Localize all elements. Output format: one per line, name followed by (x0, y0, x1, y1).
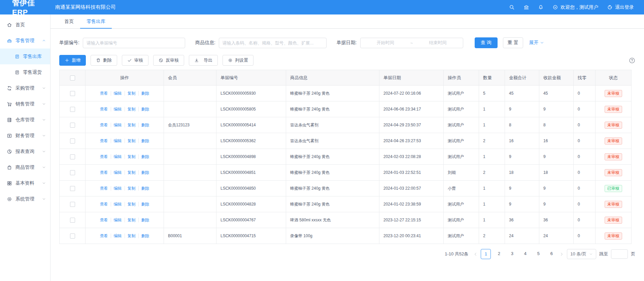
row-checkbox[interactable] (70, 123, 75, 128)
copy-link[interactable]: 复制 (125, 107, 138, 112)
edit-link[interactable]: 编辑 (111, 91, 125, 96)
view-link[interactable]: 查看 (97, 107, 111, 112)
edit-link[interactable]: 编辑 (111, 218, 125, 222)
delete-link[interactable]: 删除 (138, 170, 152, 175)
sidebar-item-system-mgmt[interactable]: 系统管理 (0, 191, 50, 207)
bank-icon[interactable] (523, 4, 529, 10)
edit-link[interactable]: 编辑 (111, 170, 125, 175)
search-icon[interactable] (509, 4, 515, 10)
view-link[interactable]: 查看 (97, 170, 111, 175)
delete-link[interactable]: 删除 (138, 218, 152, 222)
sidebar-item-retail-return[interactable]: 零售退货 (0, 64, 50, 80)
row-checkbox[interactable] (70, 233, 75, 239)
add-button[interactable]: 新增 (59, 55, 86, 66)
copy-link[interactable]: 复制 (125, 123, 138, 127)
view-link[interactable]: 查看 (97, 123, 111, 127)
sidebar-item-sales-mgmt[interactable]: 销售管理 (0, 96, 50, 112)
unaudit-button[interactable]: 反审核 (153, 55, 184, 66)
user-menu[interactable]: 欢迎您，测试用户 (552, 4, 598, 10)
product-info-input[interactable] (219, 38, 327, 48)
sidebar-item-retail-outbound[interactable]: 零售出库 (0, 49, 50, 64)
copy-link[interactable]: 复制 (125, 154, 138, 159)
delete-link[interactable]: 删除 (138, 123, 152, 127)
column-settings-button[interactable]: 列设置 (223, 55, 253, 66)
sidebar-item-basic-data[interactable]: 基本资料 (0, 175, 50, 191)
view-link[interactable]: 查看 (97, 91, 111, 96)
cell-order-no: LSCK00000005414 (216, 117, 286, 133)
page-button[interactable]: 5 (533, 249, 543, 259)
cell-member (164, 86, 216, 101)
view-link[interactable]: 查看 (97, 233, 111, 238)
prev-page-icon[interactable] (473, 252, 478, 256)
export-button[interactable]: 导出 (189, 55, 218, 66)
view-link[interactable]: 查看 (97, 218, 111, 222)
tab-home[interactable]: 首页 (58, 14, 80, 29)
row-checkbox[interactable] (70, 107, 75, 112)
cell-date: 2024-01-03 22:52:51 (379, 165, 444, 181)
delete-link[interactable]: 删除 (138, 233, 152, 238)
user-icon (552, 4, 558, 10)
row-checkbox[interactable] (70, 138, 75, 144)
select-all-checkbox[interactable] (70, 75, 75, 81)
view-link[interactable]: 查看 (97, 202, 111, 207)
cell-product: 雷达杀虫气雾剂 (286, 133, 379, 149)
page-button[interactable]: 4 (520, 249, 530, 259)
edit-link[interactable]: 编辑 (111, 138, 125, 143)
delete-link[interactable]: 删除 (138, 154, 152, 159)
copy-link[interactable]: 复制 (125, 170, 138, 175)
view-link[interactable]: 查看 (97, 138, 111, 143)
audit-button[interactable]: 审核 (122, 55, 148, 66)
search-button[interactable]: 查询 (475, 37, 498, 48)
cell-order-no: LSCK00000004898 (216, 149, 286, 165)
delete-link[interactable]: 删除 (138, 186, 152, 191)
row-checkbox[interactable] (70, 202, 75, 207)
delete-button[interactable]: 删除 (91, 55, 117, 66)
edit-link[interactable]: 编辑 (111, 233, 125, 238)
row-checkbox[interactable] (70, 91, 75, 96)
copy-link[interactable]: 复制 (125, 233, 138, 238)
row-checkbox[interactable] (70, 154, 75, 159)
reset-button[interactable]: 重置 (503, 37, 523, 48)
expand-link[interactable]: 展开 (529, 40, 544, 46)
page-button[interactable]: 2 (494, 249, 504, 259)
view-link[interactable]: 查看 (97, 186, 111, 191)
edit-link[interactable]: 编辑 (111, 107, 125, 112)
logout-button[interactable]: 退出登录 (607, 4, 634, 10)
copy-link[interactable]: 复制 (125, 91, 138, 96)
sidebar-item-retail-mgmt[interactable]: 零售管理 (0, 33, 50, 49)
row-actions: 查看编辑复制删除 (86, 165, 164, 181)
copy-link[interactable]: 复制 (125, 138, 138, 143)
edit-link[interactable]: 编辑 (111, 202, 125, 207)
view-link[interactable]: 查看 (97, 154, 111, 159)
next-page-icon[interactable] (560, 252, 564, 256)
help-icon[interactable] (629, 57, 635, 64)
date-range-picker[interactable]: 开始时间 ~ 结束时间 (360, 38, 463, 48)
row-checkbox[interactable] (70, 170, 75, 175)
edit-link[interactable]: 编辑 (111, 186, 125, 191)
edit-link[interactable]: 编辑 (111, 154, 125, 159)
delete-link[interactable]: 删除 (138, 91, 152, 96)
sidebar-item-finance-mgmt[interactable]: 财务管理 (0, 128, 50, 144)
edit-link[interactable]: 编辑 (111, 123, 125, 127)
sidebar-item-product-mgmt[interactable]: 商品管理 (0, 159, 50, 175)
row-checkbox[interactable] (70, 186, 75, 191)
jump-page-input[interactable] (611, 249, 628, 259)
row-checkbox[interactable] (70, 218, 75, 223)
sidebar-item-purchase-mgmt[interactable]: 采购管理 (0, 80, 50, 96)
tab-retail-outbound[interactable]: 零售出库 (80, 14, 112, 29)
delete-link[interactable]: 删除 (138, 107, 152, 112)
copy-link[interactable]: 复制 (125, 218, 138, 222)
page-button[interactable]: 3 (507, 249, 517, 259)
delete-link[interactable]: 删除 (138, 138, 152, 143)
page-button[interactable]: 1 (481, 249, 491, 259)
bell-icon[interactable] (538, 4, 544, 10)
sidebar-item-report-query[interactable]: 报表查询 (0, 144, 50, 159)
delete-link[interactable]: 删除 (138, 202, 152, 207)
sidebar-item-warehouse-mgmt[interactable]: 仓库管理 (0, 112, 50, 128)
order-no-input[interactable] (83, 38, 185, 48)
copy-link[interactable]: 复制 (125, 186, 138, 191)
copy-link[interactable]: 复制 (125, 202, 138, 207)
sidebar-item-home[interactable]: 首页 (0, 17, 50, 33)
page-button[interactable]: 6 (546, 249, 556, 259)
page-size-select[interactable]: 10 条/页 (567, 249, 596, 259)
